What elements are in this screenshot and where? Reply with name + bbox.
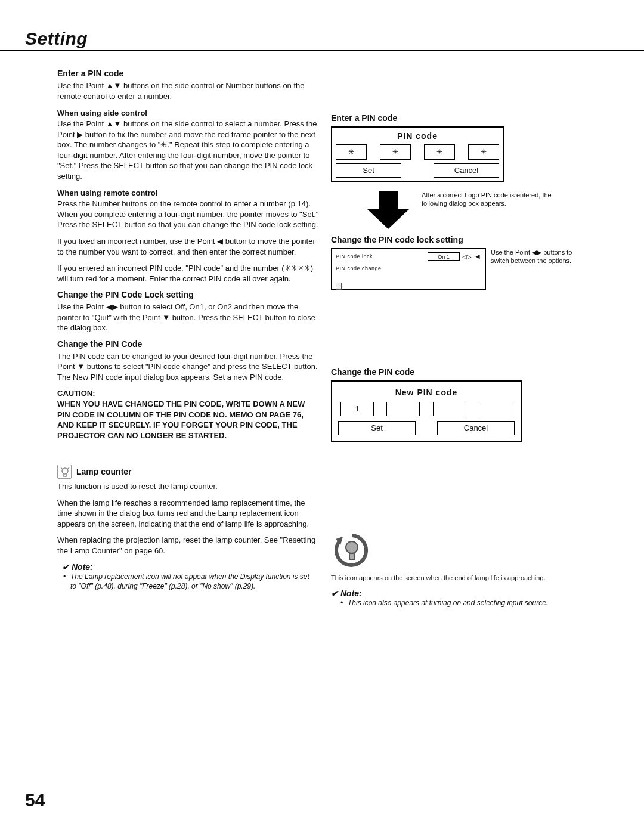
note-label-left: ✔Note: <box>62 562 320 572</box>
caution-body: WHEN YOU HAVE CHANGED THE PIN CODE, WRIT… <box>57 399 320 441</box>
lock-dialog: PIN code lock On 1 ◁▷ ◄ PIN code change <box>331 248 486 290</box>
right-column: Enter a PIN code PIN code ✳ ✳ ✳ ✳ Set Ca… <box>331 113 611 608</box>
fix-number-text: If you fixed an incorrect number, use th… <box>57 236 320 257</box>
lock-row-label-2: PIN code change <box>336 265 382 271</box>
heading-enter-pin: Enter a PIN code <box>57 69 320 78</box>
check-icon: ✔ <box>62 562 69 572</box>
check-icon-right: ✔ <box>331 589 338 598</box>
heading-lock-setting: Change the PIN code lock setting <box>331 235 611 244</box>
new-pin-dialog: New PIN code 1 Set Cancel <box>331 380 522 442</box>
lamp-life-icon <box>333 532 370 569</box>
new-pin-box-4[interactable] <box>479 402 512 416</box>
title-rule <box>0 50 644 51</box>
switch-icon: ◁▷ <box>462 253 472 260</box>
pointer-left-icon: ◄ <box>474 252 481 261</box>
caution-label: CAUTION: <box>57 388 320 399</box>
new-cancel-button[interactable]: Cancel <box>437 421 515 435</box>
note-item-right: This icon also appears at turning on and… <box>339 598 554 608</box>
enter-pin-intro: Use the Point ▲▼ buttons on the side con… <box>57 80 320 101</box>
side-control-body: Use the Point ▲▼ buttons on the side con… <box>57 119 320 181</box>
lock-value[interactable]: On 1 <box>428 252 460 261</box>
pin-dialog-title: PIN code <box>336 131 499 141</box>
arrow-block: After a correct Logo PIN code is entered… <box>331 191 611 229</box>
heading-change-lock: Change the PIN Code Lock setting <box>57 290 320 299</box>
new-pin-title: New PIN code <box>338 388 515 397</box>
change-pin-body: The PIN code can be changed to your desi… <box>57 351 320 383</box>
page-number: 54 <box>25 790 45 810</box>
pin-box-2[interactable]: ✳ <box>380 144 411 160</box>
new-set-button[interactable]: Set <box>338 421 416 435</box>
pin-box-1[interactable]: ✳ <box>336 144 367 160</box>
new-pin-box-2[interactable] <box>386 402 420 416</box>
lamp-counter-p1: This function is used to reset the lamp … <box>57 481 320 492</box>
remote-control-body: Press the Number buttons on the remote c… <box>57 199 320 230</box>
change-lock-body: Use the Point ◀▶ button to select Off, O… <box>57 302 320 333</box>
set-button[interactable]: Set <box>336 163 401 178</box>
lamp-counter-p3: When replacing the projection lamp, rese… <box>57 535 320 556</box>
svg-point-2 <box>346 541 358 553</box>
note-item-left: The Lamp replacement icon will not appea… <box>62 572 312 591</box>
arrow-caption: After a correct Logo PIN code is entered… <box>422 191 559 208</box>
lock-row-label-1: PIN code lock <box>336 253 373 259</box>
wrong-pin-text: If you entered an incorrect PIN code, "P… <box>57 263 320 284</box>
cancel-button[interactable]: Cancel <box>434 163 499 178</box>
note-label-right: ✔Note: <box>331 589 611 598</box>
quit-icon[interactable] <box>336 283 342 290</box>
svg-point-0 <box>62 468 68 474</box>
lamp-icon-caption: This icon appears on the screen when the… <box>331 574 581 583</box>
pin-code-dialog: PIN code ✳ ✳ ✳ ✳ Set Cancel <box>331 126 504 182</box>
page-title: Setting <box>25 29 88 49</box>
pin-box-3[interactable]: ✳ <box>424 144 455 160</box>
heading-remote-control: When using remote control <box>57 188 320 197</box>
lamp-counter-icon <box>57 465 72 479</box>
heading-side-control: When using side control <box>57 109 320 117</box>
new-pin-box-1[interactable]: 1 <box>340 402 374 416</box>
lock-side-text: Use the Point ◀▶ buttons to switch betwe… <box>491 248 586 265</box>
lamp-counter-p2: When the lamp life reaches a recommended… <box>57 498 320 529</box>
heading-lamp-counter: Lamp counter <box>76 467 132 476</box>
left-column: Enter a PIN code Use the Point ▲▼ button… <box>57 69 320 591</box>
heading-change-pin-right: Change the PIN code <box>331 367 611 377</box>
pin-box-4[interactable]: ✳ <box>468 144 499 160</box>
new-pin-box-3[interactable] <box>433 402 466 416</box>
svg-rect-3 <box>349 553 354 559</box>
heading-enter-pin-right: Enter a PIN code <box>331 113 611 123</box>
down-arrow-icon <box>367 191 410 229</box>
heading-change-pin: Change the PIN Code <box>57 339 320 349</box>
